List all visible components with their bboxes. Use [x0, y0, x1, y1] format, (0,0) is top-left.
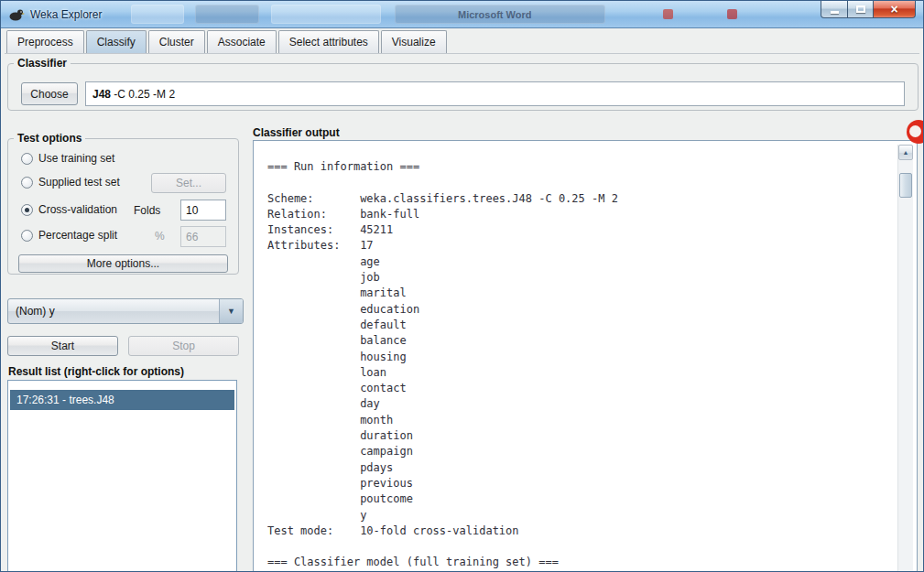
class-attribute-dropdown[interactable]: (Nom) y ▼ — [7, 298, 244, 324]
radio-percentage-split[interactable]: Percentage split — [21, 229, 117, 242]
window-title: Weka Explorer — [30, 8, 102, 21]
radio-cross-validation[interactable]: Cross-validation — [21, 203, 117, 216]
chevron-down-icon: ▼ — [219, 299, 243, 323]
choose-button[interactable]: Choose — [21, 82, 78, 105]
tab-preprocess[interactable]: Preprocess — [6, 30, 84, 53]
radio-use-training-set[interactable]: Use training set — [21, 152, 114, 165]
record-indicator-icon — [907, 120, 924, 144]
radio-label: Use training set — [38, 152, 114, 165]
tab-associate[interactable]: Associate — [207, 30, 277, 53]
titlebar-ghost — [271, 5, 381, 24]
scheme-name: J48 — [92, 88, 111, 101]
radio-icon — [21, 153, 33, 165]
radio-label: Percentage split — [38, 229, 117, 242]
result-list[interactable]: 17:26:31 - trees.J48 — [7, 380, 237, 572]
weka-icon — [8, 6, 25, 23]
weka-explorer-window: Weka Explorer Microsoft Word × Preproces… — [0, 0, 924, 572]
set-button: Set... — [151, 173, 226, 193]
tab-visualize[interactable]: Visualize — [381, 30, 447, 53]
tab-select-attributes[interactable]: Select attributes — [278, 30, 379, 53]
vertical-scrollbar[interactable]: ▲ — [897, 145, 913, 572]
start-button[interactable]: Start — [7, 336, 118, 356]
folds-label: Folds — [134, 204, 160, 217]
scheme-params: -C 0.25 -M 2 — [111, 88, 175, 101]
titlebar-ghost-text: Microsoft Word — [458, 9, 531, 20]
tab-classify[interactable]: Classify — [86, 30, 147, 53]
folds-input[interactable] — [180, 200, 226, 221]
window-controls: × — [821, 1, 916, 18]
titlebar-ghost — [131, 5, 184, 24]
titlebar-ghost — [195, 5, 259, 24]
scroll-up-button[interactable]: ▲ — [898, 145, 913, 160]
close-button[interactable]: × — [874, 1, 916, 18]
close-icon: × — [890, 3, 897, 16]
tab-bar: Preprocess Classify Cluster Associate Se… — [6, 30, 447, 53]
test-options-panel: Test options Use training set Supplied t… — [7, 138, 239, 275]
minimize-icon — [831, 11, 839, 14]
tab-cluster[interactable]: Cluster — [148, 30, 205, 53]
arrow-up-icon: ▲ — [903, 149, 909, 156]
maximize-button[interactable] — [848, 1, 874, 18]
classifier-panel: Classifier Choose J48 -C 0.25 -M 2 — [7, 63, 919, 111]
result-list-item[interactable]: 17:26:31 - trees.J48 — [10, 390, 234, 410]
minimize-button[interactable] — [821, 1, 848, 18]
maximize-icon — [856, 5, 865, 13]
radio-supplied-test-set[interactable]: Supplied test set — [21, 176, 120, 189]
radio-icon — [21, 177, 33, 189]
tab-panel-border — [5, 53, 919, 54]
classifier-output-title: Classifier output — [253, 126, 340, 139]
result-list-title: Result list (right-click for options) — [8, 365, 184, 378]
test-options-title: Test options — [14, 132, 85, 145]
stop-button: Stop — [128, 336, 239, 356]
class-attribute-value: (Nom) y — [8, 305, 219, 318]
classifier-panel-title: Classifier — [14, 57, 71, 70]
titlebar[interactable]: Weka Explorer Microsoft Word × — [1, 1, 923, 28]
radio-icon-checked — [21, 204, 33, 216]
percent-label: % — [155, 230, 165, 243]
taskbar-ghost-icon — [663, 9, 673, 19]
radio-label: Cross-validation — [38, 203, 117, 216]
radio-icon — [21, 230, 33, 242]
more-options-button[interactable]: More options... — [18, 254, 228, 273]
scrollbar-thumb[interactable] — [899, 173, 912, 198]
percent-input — [180, 226, 226, 247]
radio-label: Supplied test set — [38, 176, 120, 189]
taskbar-ghost-icon — [727, 9, 737, 19]
output-text: === Run information === Scheme: weka.cla… — [267, 159, 618, 571]
classifier-scheme-field[interactable]: J48 -C 0.25 -M 2 — [85, 81, 905, 106]
classifier-output[interactable]: === Run information === Scheme: weka.cla… — [253, 140, 918, 572]
